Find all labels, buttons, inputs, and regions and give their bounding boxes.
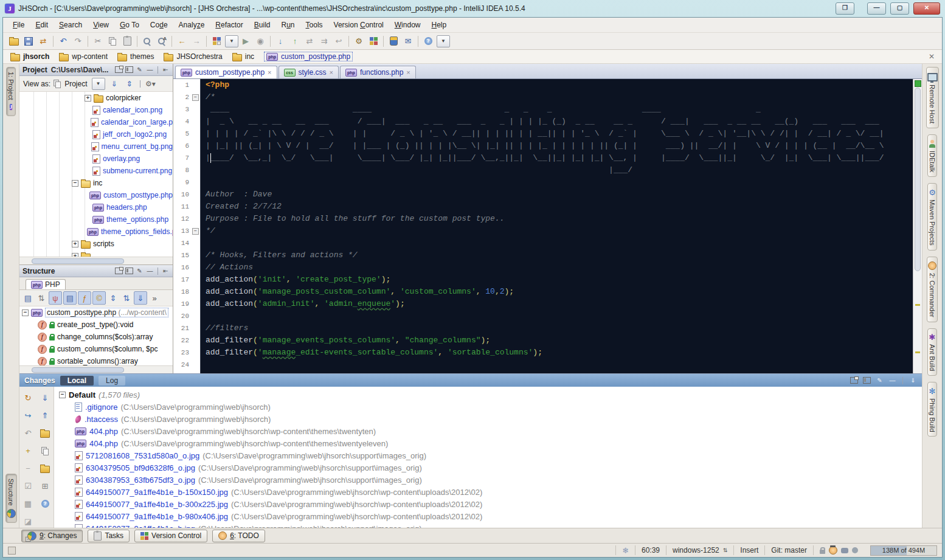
- changed-file-row[interactable]: 6449150077_9a1ffe4b1e_b.jpg (C:\Users\Da…: [54, 522, 922, 528]
- maximize-button[interactable]: ▢: [890, 2, 909, 15]
- open-folder-icon[interactable]: [9, 38, 19, 46]
- settings-icon[interactable]: ⚙: [355, 37, 362, 45]
- menu-tools[interactable]: Tools: [301, 19, 328, 30]
- warning-stripe-mark[interactable]: [915, 304, 920, 306]
- menu-edit[interactable]: Edit: [30, 19, 53, 30]
- changes-toolwindow-button[interactable]: 9: Changes: [21, 530, 83, 542]
- project-panel-header[interactable]: Project C:\Users\Dave\... ✎ — ⇤: [19, 64, 173, 76]
- fold-marker[interactable]: −: [192, 228, 199, 235]
- rollback-icon[interactable]: ↩: [336, 37, 342, 45]
- changed-file-row[interactable]: 6304379505_bf9d6328f6_o.jpg (C:\Users\Da…: [54, 461, 922, 474]
- dock-icon[interactable]: [125, 66, 133, 73]
- tab-close-icon[interactable]: ×: [406, 69, 410, 76]
- tree-row[interactable]: phptheme_options.php: [19, 213, 173, 226]
- sort-alpha-icon[interactable]: ⇅: [38, 294, 45, 302]
- structure-panel-header[interactable]: Structure ✎ — ⇤: [19, 265, 173, 277]
- gear-icon[interactable]: ⚙▾: [145, 78, 157, 90]
- changed-file-row[interactable]: .htaccess (C:\Users\Dave\programming\web…: [54, 413, 922, 425]
- breadcrumb-inc[interactable]: inc: [232, 52, 254, 61]
- editor-tab-style.css[interactable]: cssstyle.css×: [279, 66, 339, 78]
- pin-icon[interactable]: ✎: [136, 66, 144, 74]
- back-icon[interactable]: ←: [178, 37, 186, 45]
- autoscroll-to-source-icon[interactable]: ⇓: [137, 294, 144, 302]
- tree-row[interactable]: overlay.png: [19, 153, 173, 165]
- expand-all-icon[interactable]: ⇓: [42, 394, 49, 402]
- group-by-folder-icon[interactable]: [40, 430, 50, 438]
- hide-panel-icon[interactable]: ⇓: [909, 377, 917, 384]
- tree-row[interactable]: jeff_orch_logo2.png: [19, 128, 173, 140]
- float-icon[interactable]: [115, 268, 123, 274]
- editor-tab-custom_posttype.php[interactable]: phpcustom_posttype.php×: [175, 66, 277, 78]
- tree-expander[interactable]: −: [72, 180, 78, 187]
- structure-item-row[interactable]: fcreate_post_type():void: [19, 319, 173, 331]
- idetalk-stripe-button[interactable]: IDEtalk: [927, 134, 937, 177]
- menu-analyze[interactable]: Analyze: [174, 19, 210, 30]
- menu-refactor[interactable]: Refactor: [210, 19, 248, 30]
- dock-icon[interactable]: [125, 268, 133, 274]
- encoding-widget[interactable]: windows-1252⇅: [666, 545, 733, 555]
- changelist-row[interactable]: −Default (1,570 files): [54, 389, 922, 401]
- changed-file-row[interactable]: 6449150077_9a1ffe4b1e_b-980x406.jpg (C:\…: [54, 510, 922, 522]
- tree-expander[interactable]: +: [72, 241, 78, 247]
- replace-icon[interactable]: A: [158, 37, 166, 46]
- undo-icon[interactable]: ↶: [60, 37, 67, 45]
- collapse-all-icon[interactable]: ⇕: [123, 78, 136, 90]
- inspector-hector-icon[interactable]: [829, 546, 837, 555]
- expand-all-icon[interactable]: ⇕: [110, 294, 117, 302]
- show-functions-icon[interactable]: ƒ: [82, 294, 86, 302]
- structure-php-tab[interactable]: php PHP: [26, 279, 66, 289]
- project-structure-icon[interactable]: [370, 37, 378, 45]
- expand-all-icon[interactable]: ⇓: [108, 78, 120, 90]
- breadcrumb-themes[interactable]: themes: [117, 52, 154, 61]
- changed-file-row[interactable]: .gitignore (C:\Users\Dave\programming\we…: [54, 401, 922, 413]
- tasks-toolwindow-button[interactable]: Tasks: [88, 530, 130, 542]
- close-button[interactable]: ✕: [913, 2, 940, 15]
- revert-icon[interactable]: ↶: [25, 429, 32, 437]
- menu-go-to[interactable]: Go To: [115, 19, 144, 30]
- menu-search[interactable]: Search: [54, 19, 87, 30]
- editor-vertical-scrollbar[interactable]: [913, 79, 922, 373]
- pin-icon[interactable]: ✎: [136, 268, 144, 275]
- tree-row[interactable]: calendar_icon.png: [19, 104, 173, 116]
- diff-icon[interactable]: ▦: [24, 500, 32, 508]
- changes-tab-local[interactable]: Local: [60, 376, 94, 385]
- tree-expander[interactable]: −: [22, 309, 29, 316]
- project-horizontal-scrollbar[interactable]: [19, 257, 173, 264]
- tree-expander[interactable]: +: [85, 95, 91, 102]
- float-icon[interactable]: [115, 66, 123, 73]
- structure-toolwindow-stripe-button[interactable]: Structure: [5, 474, 17, 523]
- fold-marker[interactable]: −: [192, 94, 199, 101]
- tree-row[interactable]: menu_current_bg.png: [19, 140, 173, 153]
- pin-icon[interactable]: ✎: [876, 377, 884, 384]
- menu-view[interactable]: View: [88, 19, 114, 30]
- compare-icon[interactable]: ⇄: [306, 37, 313, 45]
- commit-icon[interactable]: ↪: [25, 412, 32, 420]
- hide-panel-icon[interactable]: ⇤: [162, 268, 170, 275]
- notifications-icon[interactable]: [841, 548, 848, 553]
- tree-row[interactable]: calendar_icon_large.p: [19, 116, 173, 128]
- copy-icon[interactable]: [109, 37, 117, 45]
- menu-build[interactable]: Build: [249, 19, 275, 30]
- changed-file-row[interactable]: 6449150077_9a1ffe4b1e_b-300x225.jpg (C:\…: [54, 498, 922, 510]
- version-control-toolwindow-button[interactable]: Version Control: [134, 530, 207, 542]
- synchronize-icon[interactable]: ⇄: [40, 37, 47, 45]
- remove-changelist-icon[interactable]: −: [26, 465, 30, 472]
- changes-panel-header[interactable]: Changes Local Log ✎ — ⇓: [19, 374, 922, 387]
- minimize-button[interactable]: —: [867, 2, 886, 15]
- dock-icon[interactable]: [863, 377, 871, 384]
- update-project-icon[interactable]: ↓: [279, 37, 283, 45]
- menu-run[interactable]: Run: [276, 19, 299, 30]
- idetalk-jar-icon[interactable]: [390, 36, 398, 46]
- vcs-branch-widget[interactable]: Git: master: [764, 545, 813, 555]
- tree-row[interactable]: +scripts: [19, 238, 173, 250]
- copy-icon[interactable]: [41, 447, 49, 455]
- remote-host-stripe-button[interactable]: Remote Host: [926, 67, 939, 128]
- cut-icon[interactable]: ✂: [95, 37, 102, 45]
- todo-toolwindow-button[interactable]: 6: TODO: [212, 530, 265, 542]
- breadcrumb-JHSOrchestra[interactable]: JHSOrchestra: [164, 52, 222, 61]
- set-active-changelist-icon[interactable]: ☑: [24, 482, 32, 490]
- commit-changes-icon[interactable]: ↑: [293, 37, 297, 45]
- breadcrumb-jhsorch[interactable]: jhsorch: [10, 52, 49, 61]
- changed-file-row[interactable]: 6449150077_9a1ffe4b1e_b-150x150.jpg (C:\…: [54, 486, 922, 498]
- tree-row[interactable]: submenu-current.png: [19, 165, 173, 177]
